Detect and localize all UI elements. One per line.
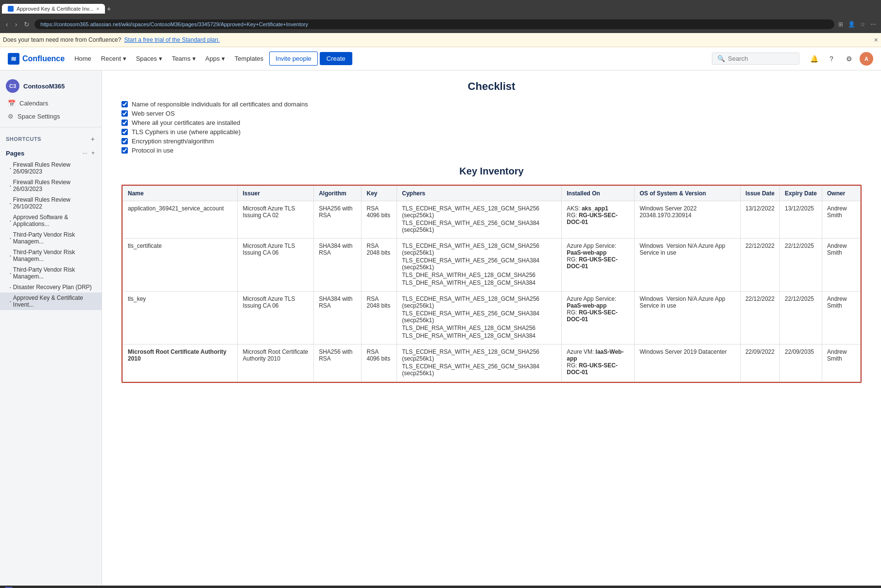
sidebar-page-firewall-2[interactable]: • Firewall Rules Review 26/03/2023 <box>0 177 102 194</box>
settings-nav-icon[interactable]: ⚙ <box>842 52 856 66</box>
search-box[interactable]: 🔍 <box>712 52 799 65</box>
back-button[interactable]: ‹ <box>4 19 10 29</box>
row3-cyphers: TLS_ECDHE_RSA_WITH_AES_128_GCM_SHA256 (s… <box>397 292 562 345</box>
browser-tab-bar: Approved Key & Certificate Inv... × + <box>0 0 881 16</box>
user-avatar[interactable]: A <box>860 52 873 66</box>
sidebar-page-firewall-3[interactable]: • Firewall Rules Review 26/10/2022 <box>0 194 102 212</box>
row3-algorithm: SHA384 with RSA <box>314 292 362 345</box>
col-owner: Owner <box>822 186 861 201</box>
page-dot-icon: • <box>10 236 11 241</box>
pages-more-button[interactable]: ··· <box>82 149 88 157</box>
checklist-checkbox-4[interactable] <box>121 129 128 135</box>
row4-expiry-date: 22/09/2035 <box>779 345 822 382</box>
sidebar-item-calendars[interactable]: 📅 Calendars <box>0 97 102 110</box>
profile-icon[interactable]: 👤 <box>847 20 856 29</box>
sidebar-page-vendor-1[interactable]: • Third-Party Vendor Risk Managem... <box>0 229 102 247</box>
status-bar: SIFY Edit <box>0 586 881 588</box>
settings-icon[interactable]: ⋯ <box>869 20 877 29</box>
row3-name: tls_key <box>123 292 238 345</box>
cipher-item: TLS_ECDHE_RSA_WITH_AES_256_GCM_SHA384 (s… <box>402 310 556 324</box>
cipher-item: TLS_ECDHE_RSA_WITH_AES_128_GCM_SHA256 (s… <box>402 242 556 256</box>
sidebar-page-vendor-2[interactable]: • Third-Party Vendor Risk Managem... <box>0 247 102 264</box>
help-icon[interactable]: ? <box>825 52 838 66</box>
confluence-logo[interactable]: ≋ Confluence <box>8 53 65 65</box>
row2-os: Windows Version N/A Azure App Service in… <box>635 239 741 292</box>
notifications-icon[interactable]: 🔔 <box>807 52 821 66</box>
checklist-item-label-1: Name of responsible individuals for all … <box>132 101 308 108</box>
cipher-item: TLS_DHE_RSA_WITRH_AES_128_GCM_SHA256 <box>402 272 556 278</box>
sidebar-divider <box>0 127 102 127</box>
cipher-item: TLS_ECDHE_RSA_WITH_AES_128_GCM_SHA256 (s… <box>402 348 556 362</box>
home-nav-link[interactable]: Home <box>70 53 95 64</box>
checklist-checkbox-6[interactable] <box>121 147 128 154</box>
notification-bar: Does your team need more from Confluence… <box>0 33 881 47</box>
row2-issuer: Microsoft Azure TLS Issuing CA 06 <box>238 239 314 292</box>
row4-algorithm: SHA256 with RSA <box>314 345 362 382</box>
row2-owner: Andrew Smith <box>822 239 861 292</box>
table-row: tls_key Microsoft Azure TLS Issuing CA 0… <box>123 292 861 345</box>
checklist-item-label-2: Web server OS <box>132 110 175 117</box>
confluence-nav: ≋ Confluence Home Recent ▾ Spaces ▾ Team… <box>0 47 881 70</box>
row2-cyphers: TLS_ECDHE_RSA_WITH_AES_128_GCM_SHA256 (s… <box>397 239 562 292</box>
notification-link[interactable]: Start a free trial of the Standard plan. <box>124 36 220 43</box>
spaces-nav-link[interactable]: Spaces ▾ <box>132 53 166 64</box>
tab-close-button[interactable]: × <box>96 6 99 12</box>
extensions-icon[interactable]: ⊞ <box>837 20 844 29</box>
recent-nav-link[interactable]: Recent ▾ <box>97 53 130 64</box>
sidebar-page-key-cert[interactable]: • Approved Key & Certificate Invent... <box>0 293 102 310</box>
new-tab-button[interactable]: + <box>107 5 111 13</box>
forward-button[interactable]: › <box>13 19 19 29</box>
tab-favicon <box>8 6 14 12</box>
notification-close-button[interactable]: × <box>874 36 878 44</box>
checklist-checkbox-5[interactable] <box>121 138 128 144</box>
paas-value: PaaS-web-app <box>567 249 606 256</box>
table-row: tls_certificate Microsoft Azure TLS Issu… <box>123 239 861 292</box>
address-bar[interactable]: https://contosom365.atlassian.net/wiki/s… <box>35 19 834 29</box>
checklist-checkbox-2[interactable] <box>121 110 128 117</box>
col-issuer: Issuer <box>238 186 314 201</box>
col-algorithm: Algorithm <box>314 186 362 201</box>
col-key: Key <box>362 186 397 201</box>
sidebar-page-approved-software[interactable]: • Approved Software & Applications... <box>0 212 102 229</box>
page-dot-icon: • <box>10 271 11 276</box>
col-installed-on: Installed On <box>562 186 635 201</box>
pages-add-button[interactable]: + <box>90 149 96 157</box>
svg-text:≋: ≋ <box>11 55 17 63</box>
rg-value: RG-UKS-SEC-DOC-01 <box>567 362 618 376</box>
page-link-text: Third-Party Vendor Risk Managem... <box>13 231 96 245</box>
table-body: application_369421_service_account Micro… <box>123 201 861 382</box>
checklist-item-4: TLS Cyphers in use (where applicable) <box>121 128 862 136</box>
row3-os: Windows Version N/A Azure App Service in… <box>635 292 741 345</box>
tab-title: Approved Key & Certificate Inv... <box>17 6 93 12</box>
sidebar-item-space-settings[interactable]: ⚙ Space Settings <box>0 110 102 123</box>
page-link-text: Approved Software & Applications... <box>13 214 96 227</box>
row4-key: RSA 4096 bits <box>362 345 397 382</box>
space-header[interactable]: C3 ContosoM365 <box>0 75 102 97</box>
sidebar-page-drp[interactable]: • Disaster Recovery Plan (DRP) <box>0 282 102 293</box>
checklist-checkbox-3[interactable] <box>121 120 128 126</box>
checklist-checkbox-1[interactable] <box>121 101 128 107</box>
browser-tab[interactable]: Approved Key & Certificate Inv... × <box>2 4 105 14</box>
teams-nav-link[interactable]: Teams ▾ <box>168 53 200 64</box>
templates-nav-link[interactable]: Templates <box>231 53 267 64</box>
page-dot-icon: • <box>10 219 11 223</box>
apps-nav-link[interactable]: Apps ▾ <box>202 53 229 64</box>
pages-actions: ··· + <box>82 149 96 157</box>
invite-people-button[interactable]: Invite people <box>269 52 318 66</box>
row4-os: Windows Server 2019 Datacenter <box>635 345 741 382</box>
row2-issue-date: 22/12/2022 <box>740 239 779 292</box>
sidebar-page-vendor-3[interactable]: • Third-Party Vendor Risk Managem... <box>0 264 102 282</box>
vm-value: IaaS-Web-app <box>567 348 623 362</box>
row1-os: Windows Server 2022 20348.1970.230914 <box>635 201 741 239</box>
shortcuts-add-button[interactable]: + <box>90 134 96 144</box>
page-link-text: Third-Party Vendor Risk Managem... <box>13 266 96 280</box>
checklist-item-label-6: Protocol in use <box>132 147 173 154</box>
create-button[interactable]: Create <box>320 52 352 65</box>
page-link-text: Firewall Rules Review 26/10/2022 <box>13 196 96 210</box>
row1-issue-date: 13/12/2022 <box>740 201 779 239</box>
favorites-icon[interactable]: ☆ <box>859 20 866 29</box>
refresh-button[interactable]: ↻ <box>22 19 32 29</box>
search-input[interactable] <box>728 55 791 62</box>
calendars-label: Calendars <box>19 100 48 107</box>
sidebar-page-firewall-1[interactable]: • Firewall Rules Review 26/09/2023 <box>0 159 102 177</box>
